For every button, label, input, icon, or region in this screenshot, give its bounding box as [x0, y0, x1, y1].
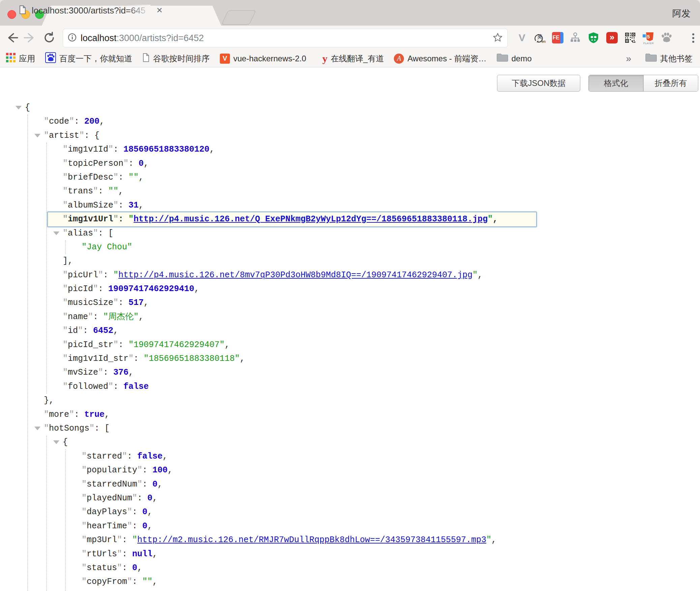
- json-key: "playedNum": [82, 493, 137, 503]
- json-row: "albumSize": 31,: [0, 198, 700, 212]
- collapse-triangle-icon[interactable]: [34, 427, 40, 430]
- json-punct: ,: [168, 465, 173, 475]
- json-token: picId: [68, 284, 93, 294]
- translate-extension-icon[interactable]: 英en: [533, 30, 546, 45]
- vue-icon: V: [220, 54, 230, 64]
- json-row: "alias": [: [0, 226, 700, 240]
- json-token: ": [82, 452, 87, 461]
- json-token: status: [87, 563, 117, 573]
- tab-close-icon[interactable]: ×: [154, 4, 165, 16]
- json-key: "copyFrom": [82, 577, 132, 587]
- navigation-toolbar: localhost:3000/artists?id=6452 V 英en FE …: [0, 26, 700, 50]
- json-url-link[interactable]: http://p4.music.126.net/Q_ExePNkmgB2yWyL…: [134, 214, 488, 224]
- bookmark-label: vue-hackernews-2.0: [233, 54, 306, 63]
- json-token: img1v1Id_str: [68, 354, 128, 364]
- json-number: 376: [113, 368, 128, 377]
- json-key: "artist": [44, 131, 84, 141]
- json-punct: :: [98, 284, 108, 294]
- json-punct: ,: [99, 117, 105, 126]
- collapse-triangle-icon[interactable]: [34, 134, 40, 137]
- json-row: "Jay Chou": [0, 240, 700, 254]
- paw-extension-icon[interactable]: [660, 30, 673, 45]
- json-url-link[interactable]: http://m2.music.126.net/RMJR7wDullRqppBk…: [137, 535, 486, 545]
- sitemap-extension-icon[interactable]: [568, 30, 582, 45]
- json-token: ": [44, 410, 49, 419]
- tampermonkey-extension-icon[interactable]: [587, 30, 600, 45]
- vue-devtools-extension-icon[interactable]: V: [515, 30, 529, 45]
- collapse-triangle-icon[interactable]: [53, 440, 59, 444]
- bookmark-google-sort[interactable]: 谷歌按时间排序: [142, 53, 210, 64]
- html5-player-extension-icon[interactable]: 5PLAYER: [642, 30, 655, 45]
- json-token: ": [117, 535, 122, 545]
- bookmark-star-icon[interactable]: [493, 32, 503, 44]
- json-punct: :: [142, 479, 152, 489]
- address-bar[interactable]: localhost:3000/artists?id=6452: [63, 29, 508, 48]
- bookmark-vue-hackernews[interactable]: V vue-hackernews-2.0: [220, 54, 306, 64]
- json-token: name: [68, 312, 88, 322]
- json-key: "musicSize": [63, 298, 118, 308]
- bookmarks-overflow-icon[interactable]: »: [626, 53, 631, 64]
- json-string: "": [142, 577, 152, 587]
- json-token: alias: [68, 228, 93, 238]
- media-download-extension-icon[interactable]: »: [605, 30, 619, 45]
- json-token: ": [117, 549, 122, 559]
- json-token: albumSize: [68, 200, 113, 210]
- json-token: ": [113, 200, 118, 210]
- json-token: ": [88, 312, 93, 322]
- json-token: ": [137, 479, 142, 489]
- json-punct: : [: [98, 228, 113, 238]
- json-token: ": [63, 326, 68, 336]
- json-number: 0: [132, 563, 137, 573]
- json-token: ": [128, 214, 134, 224]
- bookmark-awesomes[interactable]: A Awesomes - 前端资…: [394, 53, 486, 64]
- bookmark-label: Awesomes - 前端资…: [407, 53, 486, 64]
- json-token: ": [132, 493, 137, 503]
- forward-button[interactable]: [23, 31, 36, 44]
- close-window-button[interactable]: [7, 10, 16, 19]
- other-bookmarks-folder[interactable]: 其他书签: [645, 53, 693, 64]
- json-url-link[interactable]: http://p4.music.126.net/8mv7qP30Pd3oHW8b…: [118, 270, 472, 280]
- tab-title-fade: [127, 5, 150, 16]
- collapse-triangle-icon[interactable]: [16, 106, 22, 110]
- json-token: ": [44, 424, 49, 433]
- json-punct: :: [132, 577, 142, 587]
- json-token: ": [89, 424, 94, 433]
- reload-button[interactable]: [42, 31, 56, 44]
- collapse-all-button[interactable]: 折叠所有: [644, 75, 698, 91]
- site-info-icon[interactable]: [68, 33, 77, 43]
- bookmark-demo-folder[interactable]: demo: [497, 53, 532, 64]
- bookmark-youdao[interactable]: y 在线翻译_有道: [322, 53, 384, 64]
- json-token: ": [79, 131, 84, 141]
- bookmark-apps[interactable]: 应用: [6, 53, 35, 64]
- format-button[interactable]: 格式化: [589, 75, 644, 91]
- json-token: ": [127, 507, 132, 517]
- json-punct: ,: [152, 493, 157, 503]
- download-json-button[interactable]: 下载JSON数据: [497, 75, 580, 92]
- bookmark-baidu[interactable]: 百度一下，你就知道: [45, 52, 132, 65]
- json-token: artist: [49, 131, 79, 141]
- json-row: "code": 200,: [0, 115, 700, 128]
- json-key: "dayPlays": [82, 507, 132, 517]
- json-punct: ,: [113, 326, 118, 336]
- back-button[interactable]: [5, 31, 19, 44]
- json-number: 19097417462929410: [108, 284, 194, 294]
- page-favicon-icon: [19, 5, 26, 16]
- json-string: "": [128, 173, 139, 182]
- json-token: ": [63, 159, 68, 168]
- json-key: "picId": [63, 284, 98, 294]
- json-key: "status": [82, 563, 122, 573]
- json-punct: ],: [63, 256, 73, 266]
- fe-helper-extension-icon[interactable]: FE: [551, 30, 564, 45]
- json-punct: ,: [147, 521, 152, 531]
- new-tab-button[interactable]: [221, 10, 257, 25]
- json-row: {: [0, 101, 700, 115]
- json-key: "topicPerson": [63, 159, 128, 168]
- json-token: hotSongs: [49, 424, 89, 433]
- format-toggle-group: 格式化 折叠所有: [588, 75, 698, 92]
- json-key: "picUrl": [63, 270, 103, 280]
- browser-menu-icon[interactable]: [691, 33, 695, 43]
- qr-code-extension-icon[interactable]: [623, 30, 637, 45]
- url-text[interactable]: localhost:3000/artists?id=6452: [81, 33, 204, 43]
- json-boolean: true: [84, 410, 105, 419]
- collapse-triangle-icon[interactable]: [53, 231, 59, 235]
